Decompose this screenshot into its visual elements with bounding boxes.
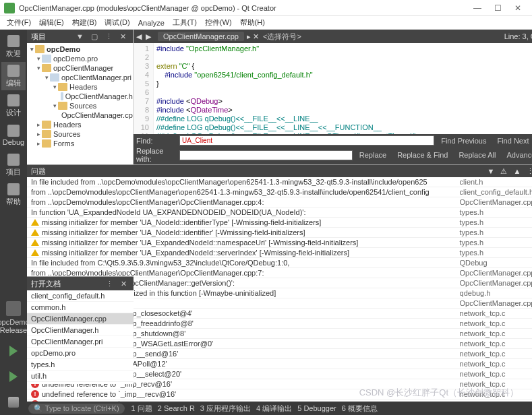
nav-back-icon[interactable]: ◀: [136, 32, 142, 41]
editor-document-tab[interactable]: OpcClientManager.cpp: [158, 32, 244, 41]
locator-input[interactable]: 🔍 Type to locate (Ctrl+K): [28, 404, 125, 414]
warning-icon: [31, 229, 39, 236]
open-doc-item[interactable]: client_config_default.h: [27, 290, 134, 302]
mode-item[interactable]: Debug: [1, 121, 26, 150]
issue-row[interactable]: In file included from C:\Qt5.9.3\5.9.3\m…: [27, 258, 532, 268]
output-tab[interactable]: 5 Debugger: [295, 404, 339, 412]
open-doc-item[interactable]: opcDemo.pro: [27, 348, 134, 359]
close-button[interactable]: ✕: [508, 3, 528, 13]
issue-row[interactable]: In function 'UA_ExpandedNodeId UA_EXPAND…: [27, 208, 532, 218]
issue-row[interactable]: from ..\opcDemo\modules\opcClientManager…: [27, 197, 532, 208]
tree-node[interactable]: ▾Sources: [27, 101, 133, 110]
minimize-button[interactable]: —: [467, 3, 487, 13]
output-tab[interactable]: 1 问题: [129, 404, 155, 412]
mode-item[interactable]: 项目: [1, 151, 26, 179]
menu-item[interactable]: Analyze: [134, 19, 169, 27]
issue-row[interactable]: missing initializer for member 'UA_NodeI…: [27, 218, 532, 228]
replace-button[interactable]: Replace: [355, 151, 390, 159]
build-button[interactable]: [5, 393, 22, 411]
line-gutter: 12345678910111213141516: [134, 43, 154, 134]
editor-pane: ◀ ▶ OpcClientManager.cpp ▸ ✕ <选择符号> Line…: [134, 30, 532, 164]
issue-row[interactable]: missing initializer for member 'UA_Expan…: [27, 248, 532, 258]
find-input[interactable]: [179, 135, 434, 146]
output-tab[interactable]: 2 Search R: [155, 404, 198, 412]
issue-row[interactable]: In file included from ..\opcDemo\modules…: [27, 177, 532, 187]
tree-node[interactable]: ▾opcDemo.pro: [27, 54, 133, 63]
app-icon: [4, 3, 15, 13]
issue-row[interactable]: !undefined reference to `_imp__recv@16'n…: [27, 389, 532, 400]
mode-item[interactable]: 编辑: [1, 62, 26, 90]
kit-selector[interactable]: opcDemoRelease: [0, 297, 30, 338]
open-docs-header: 打开文档 ⋮ ✕: [27, 277, 134, 290]
find-previous-button[interactable]: Find Previous: [437, 137, 490, 145]
open-doc-item[interactable]: common.h: [27, 302, 134, 313]
open-doc-item[interactable]: types.h: [27, 359, 134, 371]
window-titlebar: OpcClientManager.cpp (modules\opcClientM…: [0, 0, 532, 16]
open-doc-item[interactable]: util.h: [27, 371, 134, 382]
symbol-crumb[interactable]: <选择符号>: [263, 32, 301, 42]
pane-tools[interactable]: ▼ ▢ ⋮ ✕: [76, 32, 129, 41]
issue-row[interactable]: missing initializer for member 'UA_NodeI…: [27, 228, 532, 238]
output-tab[interactable]: 6 概要信息: [339, 404, 380, 412]
warning-icon: [31, 249, 39, 256]
find-replace-bar: Find: Find Previous Find Next ✕ Replace …: [134, 134, 532, 164]
tree-node[interactable]: ▸Forms: [27, 139, 133, 148]
advanced-button[interactable]: Advanced...: [502, 151, 532, 159]
warning-icon: [31, 219, 39, 226]
tree-node[interactable]: OpcClientManager.cpp: [27, 110, 133, 120]
cursor-position: Line: 3, Col: 1: [504, 32, 532, 40]
output-tab[interactable]: 3 应用程序输出: [198, 404, 254, 412]
open-documents-pane: 打开文档 ⋮ ✕ client_config_default.hcommon.h…: [27, 276, 134, 384]
open-doc-item[interactable]: OpcClientManager.cpp: [27, 313, 134, 325]
open-doc-item[interactable]: OpcClientManager.h: [27, 325, 134, 336]
mode-item[interactable]: 欢迎: [1, 32, 26, 61]
menu-bar[interactable]: 文件(F)编辑(E)构建(B)调试(D)Analyze工具(T)控件(W)帮助(…: [0, 16, 532, 30]
project-pane: 项目 ▼ ▢ ⋮ ✕ ▾opcDemo▾opcDemo.pro▾opcClien…: [27, 30, 134, 164]
find-next-button[interactable]: Find Next: [493, 137, 532, 145]
tree-node[interactable]: ▸Sources: [27, 129, 133, 139]
run-button[interactable]: [5, 342, 22, 360]
play-icon: [9, 346, 18, 356]
tree-node[interactable]: ▸Headers: [27, 120, 133, 129]
output-tab[interactable]: 4 编译输出: [254, 404, 295, 412]
open-doc-item[interactable]: OpcClientManager.pri: [27, 336, 134, 348]
tree-node[interactable]: ▾opcClientManager.pri: [27, 73, 133, 82]
issues-header: 问题 ▼ ⚠ ▲ ⋮ ✕: [27, 165, 532, 177]
issue-row[interactable]: from ..\opcDemo\modules\opcClientManager…: [27, 187, 532, 197]
tree-node[interactable]: ▾Headers: [27, 82, 133, 92]
menu-item[interactable]: 控件(W): [201, 18, 236, 28]
menu-item[interactable]: 编辑(E): [35, 18, 68, 28]
tree-node[interactable]: ▾opcDemo: [27, 44, 133, 54]
error-icon: !: [31, 390, 39, 398]
hammer-icon: [8, 397, 19, 408]
project-pane-header: 项目 ▼ ▢ ⋮ ✕: [27, 30, 133, 43]
replace-find-button[interactable]: Replace & Find: [393, 151, 452, 159]
tree-node[interactable]: ▾opcClientManager: [27, 63, 133, 73]
warning-icon: [31, 239, 39, 246]
menu-item[interactable]: 帮助(H): [236, 18, 269, 28]
mode-item[interactable]: 设计: [1, 92, 26, 120]
maximize-button[interactable]: ☐: [487, 3, 508, 13]
menu-item[interactable]: 调试(D): [100, 18, 134, 28]
menu-item[interactable]: 构建(B): [68, 18, 101, 28]
project-tree[interactable]: ▾opcDemo▾opcDemo.pro▾opcClientManager▾op…: [27, 43, 133, 164]
locator-bar: 🔍 Type to locate (Ctrl+K) 1 问题2 Search R…: [27, 402, 532, 415]
mode-item[interactable]: 帮助: [1, 181, 26, 209]
mode-bar: 欢迎编辑设计Debug项目帮助 opcDemoRelease: [0, 30, 27, 415]
tree-node[interactable]: OpcClientManager.h: [27, 92, 133, 101]
menu-item[interactable]: 文件(F): [3, 18, 35, 28]
issue-row[interactable]: missing initializer for member 'UA_Expan…: [27, 238, 532, 248]
debug-icon: [9, 371, 18, 382]
debug-button[interactable]: [5, 368, 22, 385]
replace-input[interactable]: [179, 150, 353, 160]
open-docs-list[interactable]: client_config_default.hcommon.hOpcClient…: [27, 290, 134, 384]
menu-item[interactable]: 工具(T): [169, 18, 201, 28]
nav-fwd-icon[interactable]: ▶: [146, 32, 151, 41]
replace-all-button[interactable]: Replace All: [454, 151, 500, 159]
window-title: OpcClientManager.cpp (modules\opcClientM…: [19, 4, 467, 12]
editor-toolbar: ◀ ▶ OpcClientManager.cpp ▸ ✕ <选择符号> Line…: [134, 30, 532, 43]
code-editor[interactable]: 12345678910111213141516 #include "OpcCli…: [134, 43, 532, 134]
